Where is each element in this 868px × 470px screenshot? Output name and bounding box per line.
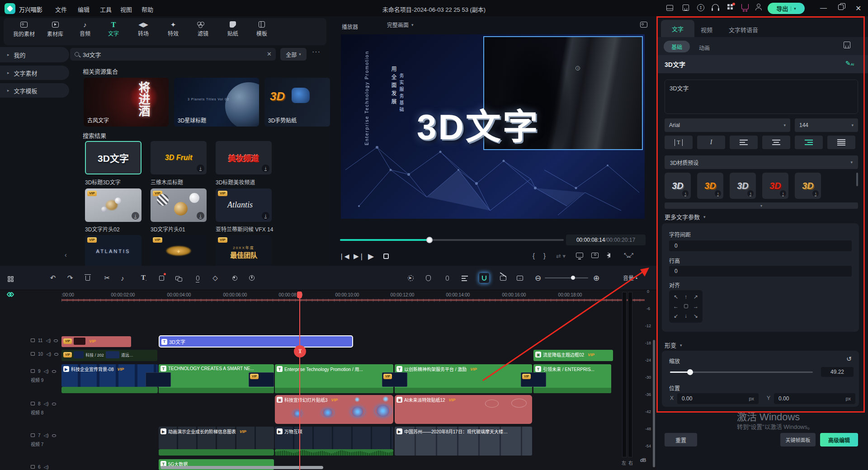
preset-3d-silver[interactable]: 3D↓ (665, 173, 691, 199)
export-button[interactable]: 导出▾ (768, 3, 805, 14)
minimize-button[interactable]: — (820, 4, 827, 11)
material-preset-dropdown[interactable]: 3D材质预设▾ (665, 155, 858, 169)
mask-shield-icon[interactable] (423, 273, 433, 283)
layout-icon[interactable] (666, 5, 673, 11)
align-top[interactable]: ↑ (681, 292, 691, 301)
related-card-gesture[interactable]: 3D 3D手势贴纸 (264, 78, 330, 127)
download-icon[interactable]: ↓ (197, 164, 204, 172)
scale-slider-handle[interactable] (687, 369, 693, 375)
result-card-atlantis2[interactable]: VIP ATLANTIS (85, 235, 142, 266)
playhead-pin[interactable] (297, 291, 302, 298)
camera-track-icon[interactable] (498, 273, 508, 283)
more-params-header[interactable]: 更多文字参数▾ (665, 212, 706, 221)
font-family-dropdown[interactable]: Arial▾ (665, 118, 790, 132)
prev-frame-button[interactable]: ❘◀ (339, 253, 349, 260)
transition-thumb[interactable]: VIP (521, 372, 546, 387)
result-card-award-fly[interactable]: VIP ✦ (151, 235, 207, 266)
app-logo-icon[interactable] (5, 3, 15, 14)
tab-stickers[interactable]: 贴纸 (221, 21, 245, 37)
result-card-atlantis-greeting[interactable]: VIP Atlantis ↓ (216, 188, 272, 222)
result-card-3d-fruit[interactable]: 3D Fruit ↓ (151, 141, 207, 174)
detach-audio-icon[interactable]: ♪ (118, 273, 127, 283)
clip-3d-text-selected[interactable]: T3D文字 (159, 335, 353, 348)
clip-title-innovation[interactable]: T以创新精神构架服务平台 / 激励VIP (395, 364, 532, 393)
clip-tech-subtitle[interactable]: VIP科技 / 202道远… (61, 350, 157, 361)
sidebar-item-text-templates[interactable]: ▸文字模板 (0, 83, 69, 98)
result-card-3d-text[interactable]: 3D文字 (85, 141, 142, 174)
preset-expand-strip[interactable]: ▾ (665, 202, 858, 209)
italic-button[interactable]: I (697, 136, 725, 149)
speed-timer-icon[interactable] (247, 273, 257, 283)
clip-sticker-ai[interactable]: ▣AI未来派特效贴纸12VIP (395, 395, 532, 424)
result-card-intro01[interactable]: VIP ↓ (151, 188, 207, 222)
eye-icon[interactable] (54, 338, 58, 343)
position-x-input[interactable]: 0.00px (677, 393, 759, 404)
align-top-left[interactable]: ↖ (671, 292, 681, 301)
result-card-beauty[interactable]: 美妆频道 ↓ (216, 141, 272, 174)
transition-thumb[interactable]: VIP (249, 372, 274, 387)
clip-tech-bg-video[interactable]: ▶科技企业宣传背景-08VIP (61, 364, 158, 387)
align-top-right[interactable]: ↗ (691, 292, 701, 301)
mute-icon[interactable]: ◁) (44, 465, 49, 470)
align-pad[interactable]: ↖↑↗ ←→ ↙↓↘ (669, 290, 703, 323)
clip-title-enterprise[interactable]: TEnterprise Technology Promotion / 用... (275, 364, 393, 393)
menu-help[interactable]: 帮助 (142, 5, 153, 14)
cut-badge-icon[interactable]: ✂ (294, 345, 306, 357)
download-icon[interactable]: ↓ (747, 190, 754, 197)
voiceover-icon[interactable] (193, 273, 203, 283)
speaker-icon[interactable] (607, 253, 610, 258)
clip-meteor-frame[interactable]: ▣流星降临主题边框02VIP (533, 350, 613, 361)
sidebar-item-text-assets[interactable]: ▸文字素材 (0, 66, 69, 80)
mute-icon[interactable]: ◁) (44, 369, 49, 374)
redo-icon[interactable]: ↷ (65, 273, 75, 283)
align-bottom[interactable]: ↓ (681, 311, 691, 321)
volume-meter-label[interactable]: 音量▴ (623, 274, 637, 282)
zoom-in-icon[interactable]: ⊕ (591, 273, 601, 283)
add-text-icon[interactable]: T. (139, 273, 149, 282)
justify-button[interactable] (827, 136, 855, 149)
tab-stock-media[interactable]: 素材库 (42, 21, 68, 38)
headset-icon[interactable] (712, 4, 719, 9)
result-card-best-team[interactable]: VIP 20XX年度 最佳团队 (216, 235, 272, 266)
download-icon[interactable]: ↓ (812, 190, 819, 197)
preset-scrollbar[interactable] (856, 173, 858, 186)
fit-timeline-icon[interactable]: ↔ (515, 273, 525, 283)
pip-icon[interactable] (174, 273, 184, 283)
eye-icon[interactable] (52, 433, 56, 438)
download-icon[interactable]: ↓ (132, 212, 139, 220)
subtab-animation[interactable]: 动画 (699, 44, 710, 52)
related-card-gufeng[interactable]: 将进酒 古风文字 (84, 78, 169, 127)
tab-audio[interactable]: ♪ 音频 (73, 21, 97, 37)
font-size-dropdown[interactable]: 144▾ (795, 118, 858, 132)
tab-transition[interactable]: ◀▶ 转场 (131, 21, 156, 37)
preset-3d-orange[interactable]: 3D↓ (697, 173, 723, 199)
align-bottom-left[interactable]: ↙ (671, 311, 681, 321)
transform-header[interactable]: 形变▾ (665, 341, 682, 349)
result-card-intro02[interactable]: VIP ↓ (85, 188, 142, 222)
seek-handle[interactable] (426, 237, 433, 243)
eye-icon[interactable] (54, 352, 58, 357)
spacing-input[interactable]: 0 (669, 240, 852, 251)
keyframe-icon[interactable]: ◇ (210, 273, 220, 283)
text-content-input[interactable]: 3D文字 (665, 80, 858, 114)
position-y-input[interactable]: 0.00px (774, 393, 855, 404)
tab-tts[interactable]: 文字转语音 (729, 25, 758, 34)
render-preview-icon[interactable]: ▶ (406, 273, 415, 283)
save-preset-icon[interactable] (844, 42, 850, 48)
video-preview[interactable]: f Enterprise Technology Promotion 用全面发展 … (341, 34, 645, 219)
related-card-planet[interactable]: 3 Planets Titles Vol 02 3D星球标题 (174, 78, 259, 127)
filter-dropdown[interactable]: 全部▾ (280, 48, 307, 61)
tab-text-settings[interactable]: 文字 (661, 20, 694, 37)
ai-edit-icon[interactable]: ✎AI (845, 60, 854, 67)
tab-effects[interactable]: ✦ 特效 (161, 21, 185, 37)
user-icon[interactable] (755, 4, 762, 11)
mute-icon[interactable]: ◁) (46, 352, 51, 357)
download-icon[interactable]: ↓ (262, 212, 269, 220)
transition-thumb[interactable] (146, 372, 171, 387)
scale-reset-icon[interactable]: ↺ (846, 355, 852, 362)
eye-icon[interactable] (52, 369, 56, 374)
preset-3d-red[interactable]: 3D↓ (762, 173, 788, 199)
menu-view[interactable]: 视图 (120, 5, 132, 14)
align-left[interactable]: ← (671, 301, 681, 311)
mute-icon[interactable]: ◁) (46, 338, 51, 343)
